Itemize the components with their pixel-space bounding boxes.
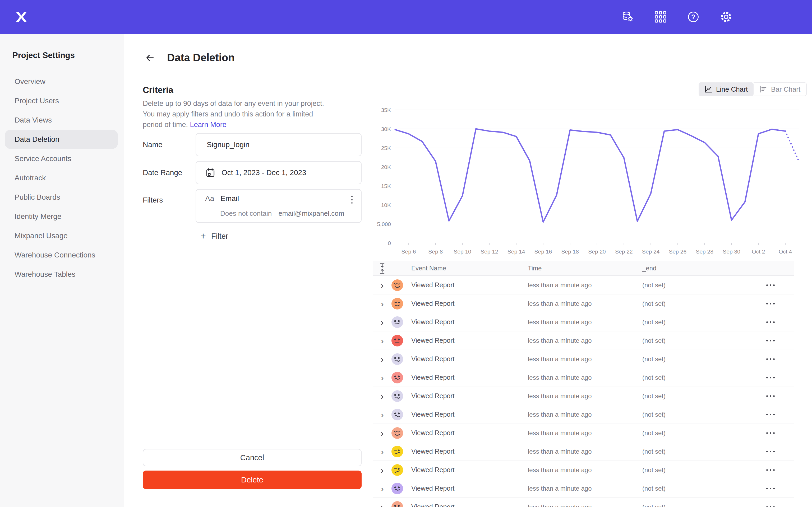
user-avatar <box>392 390 403 402</box>
table-row[interactable]: › Viewed Report less than a minute ago (… <box>373 350 794 369</box>
time-cell: less than a minute ago <box>528 429 642 437</box>
row-menu-icon[interactable] <box>753 414 794 415</box>
help-icon[interactable]: ? <box>687 10 700 23</box>
sidebar-item[interactable]: Service Accounts <box>5 149 118 168</box>
user-avatar <box>392 409 403 420</box>
filter-value[interactable]: email@mixpanel.com <box>278 209 344 217</box>
cancel-button[interactable]: Cancel <box>143 449 362 466</box>
sidebar-item[interactable]: Public Boards <box>5 187 118 207</box>
sidebar-item[interactable]: Mixpanel Usage <box>5 226 118 245</box>
table-row[interactable]: › Viewed Report less than a minute ago (… <box>373 387 794 405</box>
mixpanel-logo[interactable]: X <box>15 8 27 25</box>
svg-text:Sep 12: Sep 12 <box>480 248 498 255</box>
row-menu-icon[interactable] <box>753 284 794 286</box>
user-avatar <box>392 279 403 291</box>
table-row[interactable]: › Viewed Report less than a minute ago (… <box>373 369 794 387</box>
bar-chart-toggle[interactable]: Bar Chart <box>754 82 807 96</box>
sort-icon[interactable] <box>373 263 392 274</box>
row-expand-chevron[interactable]: › <box>373 392 392 401</box>
column-header-event-name[interactable]: Event Name <box>411 265 528 272</box>
topbar-actions: ? <box>621 10 733 23</box>
filter-menu-icon[interactable] <box>349 194 355 205</box>
criteria-heading: Criteria <box>143 85 173 95</box>
table-row[interactable]: › Viewed Report less than a minute ago (… <box>373 276 794 294</box>
table-row[interactable]: › Viewed Report less than a minute ago (… <box>373 424 794 442</box>
row-expand-chevron[interactable]: › <box>373 336 392 345</box>
table-row[interactable]: › Viewed Report less than a minute ago (… <box>373 442 794 461</box>
row-menu-icon[interactable] <box>753 432 794 434</box>
row-menu-icon[interactable] <box>753 321 794 323</box>
apps-grid-icon[interactable] <box>654 10 667 23</box>
row-expand-chevron[interactable]: › <box>373 484 392 493</box>
svg-text:0: 0 <box>388 240 391 246</box>
user-avatar <box>392 464 403 476</box>
row-menu-icon[interactable] <box>753 451 794 452</box>
row-menu-icon[interactable] <box>753 469 794 471</box>
bar-chart-icon <box>759 85 767 93</box>
row-menu-icon[interactable] <box>753 303 794 304</box>
row-menu-icon[interactable] <box>753 377 794 378</box>
end-cell: (not set) <box>642 337 753 344</box>
row-menu-icon[interactable] <box>753 395 794 397</box>
table-row[interactable]: › Viewed Report less than a minute ago (… <box>373 461 794 479</box>
event-name-cell: Viewed Report <box>411 448 528 455</box>
table-row[interactable]: › Viewed Report less than a minute ago (… <box>373 313 794 331</box>
line-chart-toggle[interactable]: Line Chart <box>699 82 754 96</box>
svg-text:Sep 30: Sep 30 <box>723 248 741 255</box>
column-header-end[interactable]: _end <box>642 265 753 272</box>
row-menu-icon[interactable] <box>753 488 794 489</box>
svg-text:Oct 2: Oct 2 <box>752 248 765 255</box>
row-expand-chevron[interactable]: › <box>373 410 392 419</box>
table-row[interactable]: › Viewed Report less than a minute ago (… <box>373 331 794 350</box>
table-row[interactable]: › Viewed Report less than a minute ago (… <box>373 294 794 313</box>
row-expand-chevron[interactable]: › <box>373 447 392 456</box>
row-expand-chevron[interactable]: › <box>373 373 392 382</box>
svg-text:20K: 20K <box>381 164 391 170</box>
filter-card[interactable]: Aa Email Does not contain email@mixpanel… <box>196 189 362 223</box>
learn-more-link[interactable]: Learn More <box>190 121 226 129</box>
svg-text:?: ? <box>691 13 696 21</box>
row-expand-chevron[interactable]: › <box>373 318 392 327</box>
data-settings-icon[interactable] <box>621 10 635 23</box>
event-name-cell: Viewed Report <box>411 355 528 363</box>
add-filter-button[interactable]: + Filter <box>200 231 228 241</box>
sidebar-item[interactable]: Overview <box>5 72 118 91</box>
row-menu-icon[interactable] <box>753 358 794 360</box>
row-menu-icon[interactable] <box>753 340 794 341</box>
column-header-time[interactable]: Time <box>528 265 642 272</box>
sidebar-item[interactable]: Warehouse Connections <box>5 245 118 265</box>
name-input[interactable]: Signup_login <box>196 133 362 156</box>
settings-gear-icon[interactable] <box>719 10 733 23</box>
table-row[interactable]: › Viewed Report less than a minute ago (… <box>373 479 794 498</box>
row-expand-chevron[interactable]: › <box>373 299 392 308</box>
table-row[interactable]: › Viewed Report less than a minute ago (… <box>373 405 794 424</box>
time-cell: less than a minute ago <box>528 503 642 507</box>
plus-icon: + <box>200 231 206 241</box>
date-range-input[interactable]: Oct 1, 2023 - Dec 1, 2023 <box>196 161 362 184</box>
top-navigation-bar: X <box>0 0 812 34</box>
sidebar-item[interactable]: Identity Merge <box>5 207 118 226</box>
delete-button[interactable]: Delete <box>143 470 362 489</box>
sidebar-item[interactable]: Project Users <box>5 91 118 110</box>
events-line-chart[interactable]: 05,00010K15K20K25K30K35KSep 6Sep 8Sep 10… <box>369 101 806 257</box>
sidebar-item[interactable]: Warehouse Tables <box>5 265 118 284</box>
row-menu-icon[interactable] <box>753 506 794 507</box>
row-expand-chevron[interactable]: › <box>373 355 392 363</box>
back-arrow-icon[interactable] <box>145 53 155 63</box>
row-expand-chevron[interactable]: › <box>373 281 392 290</box>
sidebar-item[interactable]: Autotrack <box>5 168 118 187</box>
table-row[interactable]: › Viewed Report less than a minute ago (… <box>373 498 794 507</box>
filter-operator[interactable]: Does not contain <box>220 209 272 217</box>
sidebar-item[interactable]: Data Deletion <box>5 130 118 149</box>
sidebar-item[interactable]: Data Views <box>5 110 118 130</box>
page-header: Data Deletion <box>145 52 235 64</box>
property-type-badge: Aa <box>205 194 214 203</box>
end-cell: (not set) <box>642 355 753 363</box>
row-expand-chevron[interactable]: › <box>373 503 392 507</box>
user-avatar <box>392 501 403 507</box>
svg-text:Sep 22: Sep 22 <box>615 248 633 255</box>
event-name-cell: Viewed Report <box>411 374 528 381</box>
filters-label: Filters <box>143 196 163 205</box>
row-expand-chevron[interactable]: › <box>373 429 392 438</box>
row-expand-chevron[interactable]: › <box>373 465 392 474</box>
